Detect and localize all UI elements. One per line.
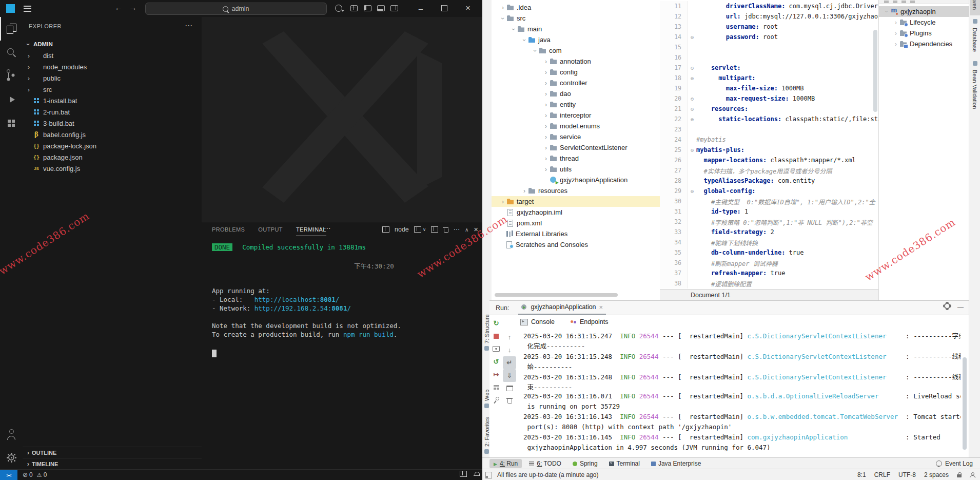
fold-icon[interactable] [688, 117, 696, 122]
split-terminal-dropdown[interactable]: ∨ [414, 226, 426, 233]
notifications-bell-icon[interactable] [474, 471, 479, 477]
fold-icon[interactable] [688, 96, 696, 102]
explorer-item[interactable]: package-lock.json [23, 140, 202, 151]
fold-icon[interactable] [688, 65, 696, 71]
console-toolbar-button[interactable] [503, 369, 516, 382]
console-toolbar-button[interactable] [503, 343, 516, 356]
run-toolbar-button[interactable] [489, 368, 503, 381]
fold-icon[interactable] [688, 106, 696, 112]
tool-window-button[interactable]: 6: TODO [525, 459, 565, 468]
editor-scrollbar[interactable] [873, 30, 877, 112]
tool-window-button[interactable]: Java Enterprise [647, 459, 705, 468]
run-toolbar-button[interactable] [489, 355, 503, 368]
explorer-item[interactable]: public [23, 72, 202, 84]
remote-indicator[interactable]: >< [0, 470, 17, 480]
project-tree-row[interactable]: src [492, 13, 660, 24]
project-tree-row[interactable]: service [492, 131, 660, 142]
menu-hamburger-icon[interactable] [24, 5, 32, 12]
run-view-tab[interactable]: Endpoints [568, 317, 611, 327]
terminal-more-actions-icon[interactable] [453, 225, 460, 233]
project-tree-row[interactable]: model.enums [492, 121, 660, 131]
run-toolbar-button[interactable] [489, 381, 503, 394]
explorer-root-folder[interactable]: ADMIN [23, 39, 202, 50]
sidebar-section-header[interactable]: OUTLINE [23, 447, 202, 458]
toggle-secondary-sidebar-icon[interactable] [388, 3, 400, 14]
event-log-button[interactable]: Event Log [936, 460, 973, 467]
run-toolbar-button[interactable] [489, 317, 503, 330]
explorer-item[interactable]: node_modules [23, 61, 202, 72]
explorer-item[interactable]: 1-install.bat [23, 95, 202, 106]
sidebar-section-header[interactable]: TIMELINE [23, 458, 202, 469]
panel-tab[interactable]: TERMINAL [296, 226, 326, 236]
project-tree-row[interactable]: gxjyzhaopin.iml [492, 207, 660, 218]
project-tree-row[interactable]: External Libraries [492, 228, 660, 239]
run-configuration-tab[interactable]: gxjyzhaopinApplication × [518, 300, 606, 315]
project-tree-row[interactable]: main [492, 24, 660, 34]
project-tree-row[interactable]: java [492, 34, 660, 45]
explorer-item[interactable]: 3-build.bat [23, 118, 202, 129]
console-toolbar-button[interactable] [503, 382, 516, 395]
hide-tool-window-icon[interactable] [957, 303, 964, 311]
panel-more-tabs-icon[interactable]: ⋯ [324, 224, 331, 232]
explorer-item[interactable]: dist [23, 50, 202, 61]
close-panel-icon[interactable] [474, 225, 478, 234]
project-tree-row[interactable]: dao [492, 88, 660, 99]
project-tree-row[interactable]: ServletContextListener [492, 142, 660, 153]
project-tree-row[interactable]: annotation [492, 56, 660, 67]
tool-window-button[interactable]: Spring [569, 459, 602, 468]
tool-button-database[interactable]: Database [970, 17, 980, 54]
tree-horizontal-scrollbar[interactable] [495, 293, 618, 297]
split-terminal-icon[interactable] [431, 226, 438, 233]
window-minimize-button[interactable] [415, 3, 427, 14]
console-scrollbar[interactable] [963, 357, 967, 450]
activity-bar-icon[interactable] [0, 64, 23, 88]
project-tree-row[interactable]: entity [492, 99, 660, 110]
explorer-item[interactable]: src [23, 84, 202, 95]
file-encoding[interactable]: UTF-8 [898, 471, 916, 478]
activity-bar-bottom-icon[interactable] [0, 446, 23, 469]
window-maximize-button[interactable] [438, 3, 450, 14]
activity-bar-icon[interactable] [0, 41, 23, 64]
console-toolbar-button[interactable] [503, 356, 516, 369]
window-close-button[interactable] [462, 3, 474, 14]
project-tree-row[interactable]: resources [492, 185, 660, 196]
project-tree-row[interactable]: .idea [492, 2, 660, 13]
project-tree-row[interactable]: controller [492, 78, 660, 88]
run-toolbar-button[interactable] [489, 330, 503, 342]
activity-bar-icon[interactable] [0, 88, 23, 111]
project-tree-row[interactable]: pom.xml [492, 218, 660, 228]
fold-icon[interactable] [688, 34, 696, 40]
close-tab-icon[interactable]: × [599, 303, 603, 311]
toggle-panel-icon[interactable] [375, 3, 387, 14]
panel-tab[interactable]: PROBLEMS [212, 226, 245, 236]
console-toolbar-button[interactable] [503, 395, 516, 408]
explorer-item[interactable]: 2-run.bat [23, 106, 202, 118]
run-toolbar-button[interactable] [489, 394, 503, 407]
customize-layout-icon[interactable] [348, 3, 360, 14]
maven-tree-row[interactable]: Dependencies [879, 39, 969, 49]
problems-status[interactable]: 0 0 [23, 471, 47, 478]
project-tree-row[interactable]: interceptor [492, 110, 660, 121]
toggle-tool-windows-icon[interactable] [485, 472, 492, 478]
explorer-item[interactable]: package.json [23, 151, 202, 163]
accounts-menu-icon[interactable] [332, 3, 345, 14]
maximize-panel-icon[interactable] [465, 226, 468, 233]
maven-tree-row[interactable]: gxjyzhaopin [879, 6, 969, 17]
run-settings-gear-icon[interactable] [944, 303, 950, 311]
run-toolbar-button[interactable] [489, 342, 503, 355]
activity-bar-icon[interactable] [0, 17, 23, 41]
back-arrow-icon[interactable]: ← [113, 3, 124, 12]
project-tree-row[interactable]: utils [492, 164, 660, 175]
tool-window-button[interactable]: 4: Run [489, 459, 522, 468]
user-icon[interactable] [970, 472, 975, 477]
activity-bar-icon[interactable] [0, 111, 23, 135]
toggle-sidebar-icon[interactable] [361, 3, 374, 14]
project-tree-row[interactable]: config [492, 67, 660, 78]
lock-icon[interactable] [957, 472, 962, 477]
panel-tab[interactable]: OUTPUT [258, 226, 283, 236]
editor-layout-icon[interactable] [460, 471, 467, 477]
run-console-output[interactable]: 2025-03-20 16:31:15.247 INFO 26544 --- [… [516, 331, 961, 454]
command-center-search[interactable]: admin [145, 3, 327, 15]
indent-setting[interactable]: 2 spaces [924, 471, 949, 478]
activity-bar-bottom-icon[interactable] [0, 422, 23, 446]
